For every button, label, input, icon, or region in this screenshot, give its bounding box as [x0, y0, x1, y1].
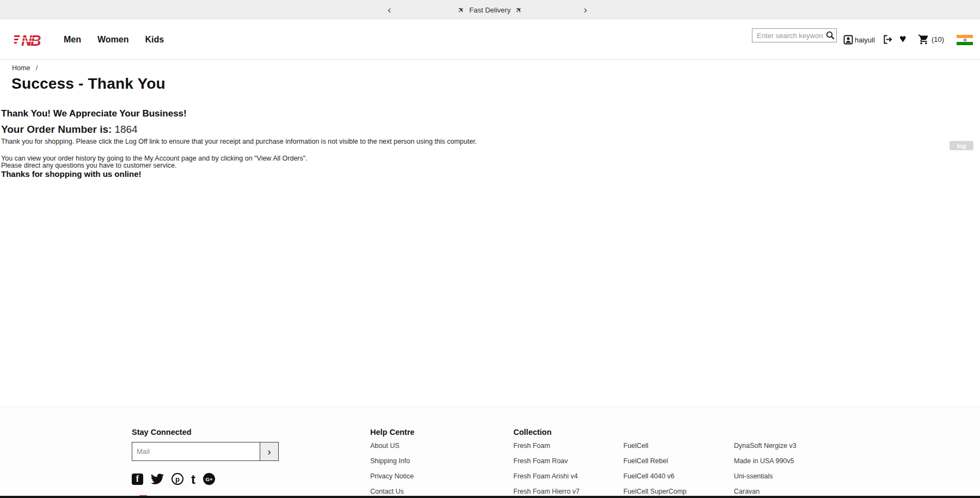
nav-item-kids[interactable]: Kids — [145, 35, 164, 45]
order-history-note: You can view your order history by going… — [1, 155, 308, 162]
footer-link-caravan[interactable]: Caravan — [734, 488, 759, 495]
footer-link-fresh-foam-roav[interactable]: Fresh Foam Roav — [513, 457, 568, 465]
footer-link-fuelcell-4040-v6[interactable]: FuelCell 4040 v6 — [623, 472, 675, 480]
order-number-label: Your Order Number is: — [1, 124, 112, 135]
cart-button[interactable]: (10) — [918, 34, 944, 45]
nav-item-men[interactable]: Men — [64, 35, 81, 45]
wishlist-button[interactable]: ♥ — [899, 32, 906, 46]
newsletter-submit-button[interactable]: › — [260, 442, 278, 460]
account-link[interactable]: haiyull — [843, 34, 875, 45]
page: ‹ ✈ Fast Delivery ✈ › NB — [0, 0, 980, 498]
googleplus-icon[interactable]: G+ — [203, 473, 215, 485]
page-title: Success - Thank You — [11, 75, 166, 93]
logout-icon — [882, 34, 893, 45]
search-input[interactable] — [752, 32, 824, 40]
order-number-value: 1864 — [114, 124, 137, 135]
flag-stripe-white — [957, 38, 973, 41]
country-flag-india[interactable] — [957, 35, 973, 45]
footer-link-about-us[interactable]: About US — [370, 442, 400, 450]
footer-link-privacy-notice[interactable]: Privacy Notice — [370, 472, 414, 480]
footer-link-fuelcell-rebel[interactable]: FuelCell Rebel — [623, 457, 668, 465]
new-balance-logo[interactable]: NB — [14, 29, 47, 52]
search-box — [752, 28, 837, 42]
footer-link-fuelcell-supercomp[interactable]: FuelCell SuperComp — [623, 488, 687, 495]
footer: Stay Connected › f p t G+ NB — [0, 407, 980, 498]
account-icon — [843, 34, 854, 45]
heart-icon: ♥ — [899, 32, 906, 45]
logoff-instructions: Thank you for shopping. Please click the… — [1, 138, 477, 145]
pinterest-icon[interactable]: p — [171, 473, 183, 485]
chevron-right-icon[interactable]: › — [584, 2, 587, 17]
chakra-icon — [964, 39, 966, 41]
flag-stripe-green — [957, 42, 973, 45]
twitter-icon[interactable] — [151, 472, 164, 485]
breadcrumb-home-link[interactable]: Home — [12, 64, 30, 72]
plane-icon: ✈ — [513, 4, 524, 15]
nb-logo-icon: NB — [14, 29, 47, 50]
footer-link-uni-ssentials[interactable]: Uni-ssentials — [734, 472, 773, 480]
facebook-icon[interactable]: f — [132, 474, 143, 485]
footer-link-fresh-foam[interactable]: Fresh Foam — [513, 442, 550, 450]
footer-link-made-in-usa-990v5[interactable]: Made in USA 990v5 — [734, 457, 794, 465]
log-off-button[interactable]: log off — [950, 141, 973, 150]
footer-link-fresh-foam-hierro-v7[interactable]: Fresh Foam Hierro v7 — [513, 488, 580, 495]
help-centre-title: Help Centre — [370, 428, 414, 436]
email-input[interactable] — [132, 442, 260, 460]
main-nav: Men Women Kids — [64, 20, 164, 60]
breadcrumb: Home / — [12, 64, 38, 72]
announcement-message: ✈ Fast Delivery ✈ — [0, 0, 980, 20]
cart-count: (10) — [932, 35, 944, 44]
customer-service-note: Please direct any questions you have to … — [1, 162, 176, 169]
thank-you-heading: Thank You! We Appreciate Your Business! — [1, 108, 187, 119]
footer-link-fuelcell[interactable]: FuelCell — [623, 442, 648, 450]
newsletter-signup: › — [132, 442, 279, 461]
collection-title: Collection — [513, 428, 552, 436]
site-header: NB Men Women Kids — [0, 20, 980, 60]
logout-button[interactable] — [882, 34, 893, 47]
nav-item-women[interactable]: Women — [97, 35, 128, 45]
footer-link-fresh-foam-arishi-v4[interactable]: Fresh Foam Arishi v4 — [513, 472, 578, 480]
social-links: f p t G+ — [132, 472, 215, 485]
announcement-text: Fast Delivery — [469, 6, 511, 14]
plane-icon: ✈ — [456, 4, 467, 15]
tumblr-icon[interactable]: t — [191, 474, 195, 485]
cart-icon — [918, 34, 929, 45]
order-number-line: Your Order Number is:1864 — [1, 124, 138, 136]
stay-connected-title: Stay Connected — [132, 428, 192, 436]
footer-link-shipping-info[interactable]: Shipping Info — [370, 457, 410, 465]
announcement-bar: ‹ ✈ Fast Delivery ✈ › — [0, 0, 980, 20]
search-icon[interactable] — [824, 29, 836, 41]
username-label: haiyull — [855, 36, 875, 44]
footer-link-dynasoft-nergize-v3[interactable]: DynaSoft Nergize v3 — [734, 442, 797, 450]
breadcrumb-separator: / — [36, 64, 38, 72]
bottom-edge-bar — [0, 496, 980, 498]
closing-message: Thanks for shopping with us online! — [1, 169, 142, 179]
footer-link-contact-us[interactable]: Contact Us — [370, 488, 404, 495]
